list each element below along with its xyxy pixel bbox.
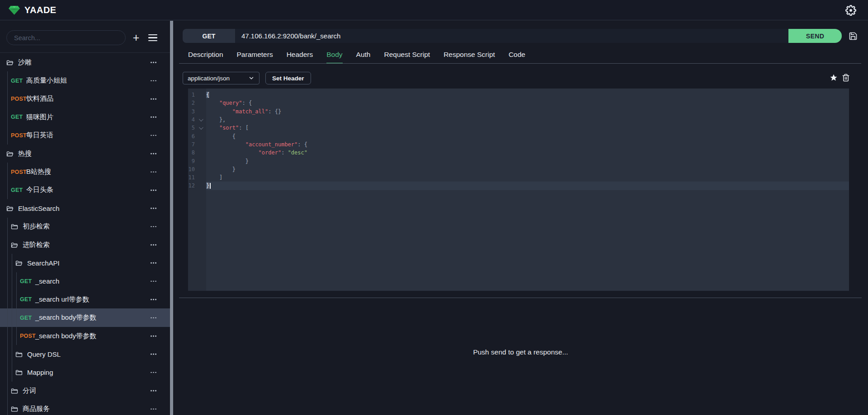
star-icon[interactable]: [830, 74, 838, 82]
row-options-icon[interactable]: [151, 208, 156, 209]
search-input[interactable]: [6, 30, 126, 45]
tab-body[interactable]: Body: [326, 51, 342, 64]
indent-guide: [7, 108, 8, 126]
code-line[interactable]: 11 ]: [188, 173, 849, 182]
sidebar-resize-handle[interactable]: [170, 21, 173, 415]
sidebar-folder-row[interactable]: 初步检索: [0, 218, 170, 236]
body-json-editor[interactable]: 1{2 "query": {3 "match_all": {}4 },5 "so…: [188, 89, 849, 291]
row-options-icon[interactable]: [151, 135, 156, 136]
indent-guide: [12, 254, 12, 272]
collections-menu-icon[interactable]: [148, 33, 157, 42]
code-text: "order": "desc": [206, 149, 307, 156]
line-number: 11: [188, 174, 195, 181]
row-options-icon[interactable]: [151, 299, 156, 300]
sidebar-request-row[interactable]: GET_search url带参数: [0, 290, 170, 308]
sidebar-folder-row[interactable]: 商品服务: [0, 400, 170, 415]
row-label: _search: [35, 277, 59, 285]
row-options-icon[interactable]: [151, 336, 156, 337]
trash-icon[interactable]: [842, 74, 850, 82]
indent-guide: [7, 290, 8, 308]
content-type-select[interactable]: application/json: [183, 72, 259, 84]
code-line[interactable]: 12}: [188, 182, 849, 190]
row-label: SearchAPI: [27, 259, 60, 267]
sidebar-folder-row[interactable]: 沙雕: [0, 53, 170, 71]
row-options-icon[interactable]: [151, 80, 156, 81]
sidebar-request-row[interactable]: GET_search: [0, 272, 170, 290]
row-options-icon[interactable]: [151, 244, 156, 246]
indent-guide: [16, 272, 17, 290]
sidebar-folder-row[interactable]: ElasticSearch: [0, 199, 170, 217]
sidebar-folder-row[interactable]: Mapping: [0, 364, 170, 382]
settings-gear-icon[interactable]: [845, 5, 856, 16]
line-number: 6: [188, 133, 195, 140]
row-options-icon[interactable]: [151, 390, 156, 392]
row-label: 商品服务: [23, 405, 50, 413]
row-options-icon[interactable]: [151, 262, 156, 264]
save-request-icon[interactable]: [849, 32, 858, 41]
row-options-icon[interactable]: [151, 190, 156, 191]
code-line[interactable]: 9 }: [188, 157, 849, 165]
row-options-icon[interactable]: [151, 171, 156, 173]
tab-response-script[interactable]: Response Script: [443, 51, 495, 64]
sidebar-header: +: [0, 21, 170, 53]
sidebar-folder-row[interactable]: Query DSL: [0, 345, 170, 363]
code-line[interactable]: 5 "sort": [: [188, 124, 849, 132]
request-method-badge: GET: [11, 187, 26, 193]
sidebar-request-row[interactable]: GET_search body带参数: [0, 308, 170, 326]
code-line[interactable]: 4 },: [188, 116, 849, 124]
url-input[interactable]: [235, 29, 788, 43]
sidebar-request-row[interactable]: POST_search body带参数: [0, 327, 170, 345]
row-options-icon[interactable]: [151, 372, 156, 373]
tab-description[interactable]: Description: [188, 51, 223, 64]
code-line[interactable]: 3 "match_all": {}: [188, 107, 849, 116]
sidebar-request-row[interactable]: POSTB站热搜: [0, 163, 170, 181]
set-header-button[interactable]: Set Header: [265, 72, 311, 84]
sidebar-request-row[interactable]: POST饮料酒品: [0, 90, 170, 108]
indent-guide: [12, 345, 12, 363]
row-label: 热搜: [18, 149, 32, 158]
sidebar-request-row[interactable]: POST每日英语: [0, 126, 170, 145]
sidebar-folder-row[interactable]: 热搜: [0, 145, 170, 163]
code-line[interactable]: 1{: [188, 91, 849, 99]
tab-request-script[interactable]: Request Script: [384, 51, 430, 64]
add-collection-button[interactable]: +: [129, 30, 143, 45]
tab-parameters[interactable]: Parameters: [237, 51, 273, 64]
tab-code[interactable]: Code: [509, 51, 525, 64]
row-options-icon[interactable]: [151, 354, 156, 355]
sidebar-request-row[interactable]: GET高质量小姐姐: [0, 71, 170, 89]
row-label: ElasticSearch: [18, 205, 60, 212]
code-line[interactable]: 7 "account_number": {: [188, 140, 849, 149]
code-line[interactable]: 6 {: [188, 132, 849, 140]
row-options-icon[interactable]: [151, 281, 156, 282]
fold-chevron-icon[interactable]: [195, 126, 206, 130]
line-number: 4: [188, 117, 195, 123]
tab-auth[interactable]: Auth: [356, 51, 371, 64]
sidebar-request-row[interactable]: GET猫咪图片: [0, 108, 170, 126]
indent-guide: [7, 126, 8, 145]
line-number: 12: [188, 182, 195, 189]
response-divider[interactable]: [179, 298, 862, 298]
indent-guide: [12, 364, 12, 382]
sidebar-request-row[interactable]: GET今日头条: [0, 181, 170, 199]
sidebar: + 沙雕GET高质量小姐姐POST饮料酒品GET猫咪图片POST每日英语热搜PO…: [0, 21, 170, 415]
row-options-icon[interactable]: [151, 117, 156, 118]
code-line[interactable]: 2 "query": {: [188, 99, 849, 107]
row-options-icon[interactable]: [151, 408, 156, 410]
send-button[interactable]: SEND: [788, 29, 842, 43]
code-line[interactable]: 10 }: [188, 165, 849, 173]
code-line[interactable]: 8 "order": "desc": [188, 149, 849, 157]
row-options-icon[interactable]: [151, 98, 156, 100]
row-options-icon[interactable]: [151, 153, 156, 154]
tab-headers[interactable]: Headers: [287, 51, 313, 64]
sidebar-folder-row[interactable]: SearchAPI: [0, 254, 170, 272]
indent-guide: [7, 272, 8, 290]
method-select[interactable]: GET: [183, 29, 235, 43]
code-text: "query": {: [206, 100, 252, 106]
row-options-icon[interactable]: [151, 62, 156, 63]
sidebar-folder-row[interactable]: 分词: [0, 382, 170, 400]
row-options-icon[interactable]: [151, 317, 156, 318]
fold-chevron-icon[interactable]: [195, 118, 206, 121]
sidebar-folder-row[interactable]: 进阶检索: [0, 236, 170, 254]
row-options-icon[interactable]: [151, 226, 156, 227]
line-number: 5: [188, 125, 195, 131]
